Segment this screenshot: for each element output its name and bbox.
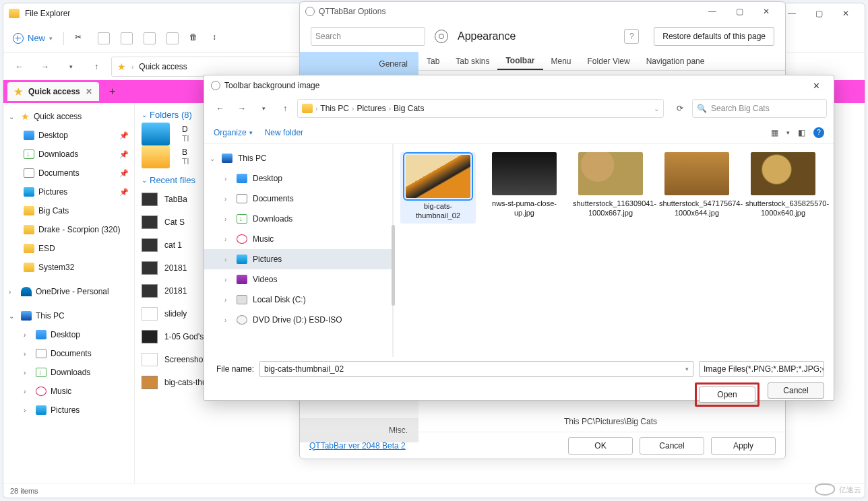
file-tile[interactable]: nws-st-puma-close-up.jpg	[487, 152, 562, 224]
help-icon[interactable]: ?	[813, 127, 824, 138]
breadcrumb[interactable]: › This PC › Pictures › Big Cats ⌄	[297, 99, 664, 118]
maximize-icon[interactable]: ▢	[805, 4, 832, 23]
cancel-button[interactable]: Cancel	[640, 437, 704, 455]
downloads-icon	[237, 214, 247, 224]
tree-dvd[interactable]: ›DVD Drive (D:) ESD-ISO	[204, 310, 392, 330]
back-icon[interactable]: ←	[211, 99, 230, 118]
file-thumbnail	[406, 155, 470, 198]
preview-pane-icon[interactable]: ◧	[798, 128, 805, 137]
file-tile[interactable]: shutterstock_635825570-1000x640.jpg	[745, 152, 821, 224]
sidebar-pictures[interactable]: Pictures📌	[3, 182, 134, 201]
file-tile[interactable]: shutterstock_547175674-1000x644.jpg	[659, 152, 735, 224]
forward-icon[interactable]: →	[34, 56, 56, 77]
qt-tab-toolbar[interactable]: Toolbar	[497, 52, 542, 70]
sidebar-bigcats[interactable]: Big Cats	[3, 201, 134, 220]
tree-downloads[interactable]: ›Downloads	[204, 209, 392, 229]
sidebar-t-desktop[interactable]: ›Desktop	[3, 325, 134, 344]
tree-music[interactable]: ›Music	[204, 229, 392, 249]
up-icon[interactable]: ↑	[276, 99, 294, 118]
qt-side-general[interactable]: General	[300, 52, 418, 76]
sidebar-documents[interactable]: Documents📌	[3, 164, 134, 182]
close-icon[interactable]: ✕	[805, 77, 827, 94]
rename-icon[interactable]	[144, 32, 156, 44]
help-button[interactable]: ?	[624, 29, 639, 44]
sidebar-system32[interactable]: System32	[3, 258, 134, 277]
qt-tab-tab[interactable]: Tab	[418, 52, 447, 70]
qt-version-link[interactable]: QTTabBar ver 2048 Beta 2	[309, 441, 406, 450]
chevron-down-icon[interactable]: ▾	[786, 129, 790, 136]
back-icon[interactable]: ←	[9, 56, 30, 77]
thumb-icon	[142, 330, 158, 343]
crumb-bigcats[interactable]: Big Cats	[394, 104, 424, 113]
new-tab-button[interactable]: +	[103, 82, 122, 101]
file-tile[interactable]: big-cats-thumbnail_02	[400, 152, 476, 224]
chevron-right-icon: ›	[224, 195, 231, 203]
chevron-down-icon[interactable]: ▾	[60, 56, 82, 77]
crumb-pictures[interactable]: Pictures	[356, 104, 385, 113]
crumb-thispc[interactable]: This PC	[320, 104, 349, 113]
sidebar-this-pc[interactable]: ⌄This PC	[3, 306, 134, 325]
file-tile[interactable]: shutterstock_116309041-1000x667.jpg	[573, 152, 648, 224]
sidebar-t-music[interactable]: ›Music	[3, 382, 134, 401]
file-type-filter[interactable]: Image Files(*.PNG;*.BMP;*.JPG;▾	[699, 361, 824, 377]
tree-documents[interactable]: ›Documents	[204, 189, 392, 209]
restore-defaults-button[interactable]: Restore defaults of this page	[654, 27, 774, 46]
tab-close-icon[interactable]: ✕	[86, 87, 92, 96]
pin-icon: 📌	[119, 188, 129, 197]
qt-tab-menu[interactable]: Menu	[543, 52, 580, 70]
dialog-search-input[interactable]: 🔍 Search Big Cats	[692, 99, 827, 118]
sidebar-t-documents[interactable]: ›Documents	[3, 344, 134, 363]
scrollbar[interactable]	[392, 225, 395, 306]
forward-icon[interactable]: →	[232, 99, 251, 118]
view-grid-icon[interactable]: ▦	[771, 128, 778, 137]
tree-videos[interactable]: ›Videos	[204, 269, 392, 290]
tree-localdisk[interactable]: ›Local Disk (C:)	[204, 290, 392, 310]
chevron-right-icon: ›	[224, 256, 231, 263]
chevron-down-icon[interactable]: ▾	[254, 99, 273, 118]
new-button[interactable]: New▾	[13, 33, 53, 44]
qt-tabs: Tab Tab skins Toolbar Menu Folder View N…	[418, 52, 785, 71]
tree-pictures[interactable]: ›Pictures	[204, 249, 392, 269]
apply-button[interactable]: Apply	[711, 437, 776, 455]
cut-icon[interactable]: ✂	[75, 32, 87, 44]
sort-icon[interactable]: ↕	[212, 32, 224, 44]
sidebar-drake[interactable]: Drake - Scorpion (320)	[3, 220, 134, 239]
share-icon[interactable]	[166, 32, 179, 44]
ok-button[interactable]: OK	[568, 437, 633, 455]
sidebar-downloads[interactable]: Downloads📌	[3, 145, 134, 164]
qt-tab-nav-pane[interactable]: Navigation pane	[638, 52, 713, 70]
maximize-icon[interactable]: ▢	[726, 2, 753, 21]
sidebar-quick-access[interactable]: ⌄★Quick access	[3, 107, 134, 126]
tab-quick-access[interactable]: ★ Quick access ✕	[7, 82, 99, 101]
chevron-down-icon[interactable]: ▾	[822, 366, 824, 372]
chevron-down-icon[interactable]: ▾	[685, 366, 689, 372]
sidebar-desktop[interactable]: Desktop📌	[3, 126, 134, 145]
tree-desktop[interactable]: ›Desktop	[204, 168, 392, 189]
refresh-icon[interactable]: ⟳	[671, 99, 689, 118]
up-icon[interactable]: ↑	[86, 56, 107, 77]
delete-icon[interactable]: 🗑	[189, 32, 202, 44]
paste-icon[interactable]	[121, 32, 133, 44]
sidebar-onedrive[interactable]: ›OneDrive - Personal	[3, 282, 134, 301]
qt-search-input[interactable]: Search	[311, 27, 425, 46]
sidebar-t-pictures[interactable]: ›Pictures	[3, 401, 134, 420]
qt-titlebar[interactable]: QTTabBar Options — ▢ ✕	[300, 2, 785, 21]
close-icon[interactable]: ✕	[753, 2, 780, 21]
minimize-icon[interactable]: —	[699, 2, 726, 21]
organize-menu[interactable]: Organize▾	[214, 128, 253, 137]
cancel-button[interactable]: Cancel	[768, 382, 824, 399]
sidebar-t-downloads[interactable]: ›Downloads	[3, 363, 134, 382]
qt-tab-tab-skins[interactable]: Tab skins	[447, 52, 497, 70]
tree-thispc[interactable]: ⌄This PC	[204, 148, 392, 168]
dvd-icon	[237, 315, 247, 325]
open-button[interactable]: Open	[699, 387, 755, 403]
dialog-titlebar[interactable]: Toolbar background image ✕	[204, 75, 834, 96]
new-folder-button[interactable]: New folder	[265, 128, 303, 137]
file-name-input[interactable]: big-cats-thumbnail_02▾	[259, 361, 693, 377]
copy-icon[interactable]	[98, 32, 110, 44]
chevron-down-icon[interactable]: ⌄	[654, 105, 659, 112]
thispc-icon	[222, 154, 232, 163]
sidebar-esd[interactable]: ESD	[3, 239, 134, 258]
close-icon[interactable]: ✕	[832, 4, 859, 23]
qt-tab-folder-view[interactable]: Folder View	[580, 52, 638, 70]
